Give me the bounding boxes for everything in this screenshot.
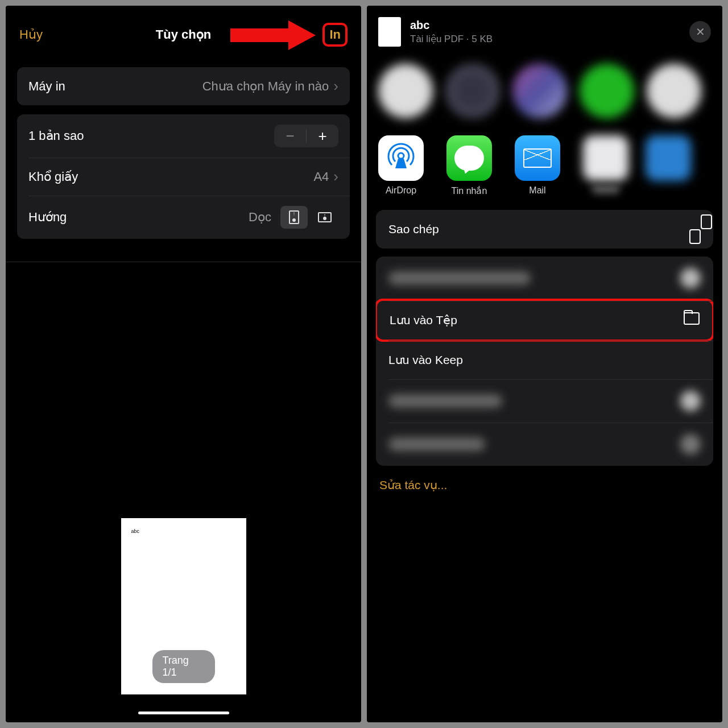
home-indicator[interactable] bbox=[138, 712, 229, 714]
action-icon bbox=[680, 434, 701, 454]
printer-row[interactable]: Máy in Chưa chọn Máy in nào › bbox=[17, 67, 350, 105]
portrait-icon: ↑ bbox=[289, 210, 299, 224]
edit-actions-link[interactable]: Sửa tác vụ... bbox=[367, 466, 722, 504]
decrease-button[interactable]: − bbox=[274, 125, 306, 147]
portrait-button[interactable]: ↑ bbox=[280, 206, 308, 229]
paper-label: Khổ giấy bbox=[28, 169, 78, 184]
orientation-label: Hướng bbox=[28, 210, 67, 225]
app-icon bbox=[583, 135, 628, 181]
contact-avatar[interactable] bbox=[512, 64, 567, 118]
app-icon bbox=[646, 135, 691, 181]
print-button[interactable]: In bbox=[322, 23, 348, 47]
airdrop-icon bbox=[378, 135, 424, 181]
file-subtitle: Tài liệu PDF · 5 KB bbox=[410, 33, 680, 45]
page-indicator: Trang 1/1 bbox=[152, 650, 215, 683]
copies-row: 1 bản sao − + bbox=[17, 114, 350, 158]
blurred-action[interactable] bbox=[376, 257, 713, 300]
blurred-action[interactable] bbox=[376, 423, 713, 466]
contact-avatar[interactable] bbox=[445, 64, 500, 118]
messages-icon bbox=[446, 135, 492, 181]
orientation-value: Dọc bbox=[249, 210, 271, 225]
save-to-files-action[interactable]: Lưu vào Tệp bbox=[376, 299, 713, 342]
printer-label: Máy in bbox=[28, 79, 65, 94]
page-title: Tùy chọn bbox=[156, 27, 211, 42]
copy-action[interactable]: Sao chép bbox=[376, 210, 713, 249]
copies-stepper: − + bbox=[274, 125, 338, 147]
actions-group: Lưu vào Tệp Lưu vào Keep bbox=[376, 257, 713, 466]
blurred-app[interactable] bbox=[646, 135, 691, 196]
document-preview[interactable]: abc Trang 1/1 bbox=[121, 518, 246, 694]
copy-group: Sao chép bbox=[376, 210, 713, 249]
options-group: 1 bản sao − + Khổ giấy A4 › Hướng Dọc ↑ bbox=[17, 114, 350, 239]
increase-button[interactable]: + bbox=[307, 125, 338, 147]
landscape-button[interactable]: ↑ bbox=[311, 206, 338, 229]
printer-group: Máy in Chưa chọn Máy in nào › bbox=[17, 67, 350, 105]
svg-point-0 bbox=[398, 153, 404, 159]
share-header: abc Tài liệu PDF · 5 KB ✕ bbox=[367, 6, 722, 52]
file-name: abc bbox=[410, 19, 680, 32]
print-options-panel: Hủy Tùy chọn In Máy in Chưa chọn Máy in … bbox=[6, 6, 361, 722]
airdrop-app[interactable]: AirDrop bbox=[378, 135, 424, 196]
contact-avatar[interactable] bbox=[647, 64, 701, 118]
annotation-arrow bbox=[230, 20, 316, 49]
paper-value: A4 › bbox=[313, 168, 338, 185]
header: Hủy Tùy chọn In bbox=[6, 6, 361, 58]
save-to-keep-action[interactable]: Lưu vào Keep bbox=[376, 341, 713, 379]
action-icon bbox=[680, 391, 701, 411]
orientation-row: Hướng Dọc ↑ ↑ bbox=[17, 196, 350, 239]
printer-value: Chưa chọn Máy in nào › bbox=[202, 77, 338, 95]
chevron-right-icon: › bbox=[333, 77, 338, 95]
cancel-button[interactable]: Hủy bbox=[19, 27, 43, 42]
messages-app[interactable]: Tin nhắn bbox=[446, 135, 492, 196]
close-icon: ✕ bbox=[696, 25, 705, 39]
folder-icon bbox=[684, 312, 700, 328]
share-sheet-panel: abc Tài liệu PDF · 5 KB ✕ AirDrop Tin nh… bbox=[367, 6, 722, 722]
blurred-action[interactable] bbox=[376, 379, 713, 423]
chevron-right-icon: › bbox=[333, 168, 338, 185]
mail-app[interactable]: Mail bbox=[515, 135, 560, 196]
paper-size-row[interactable]: Khổ giấy A4 › bbox=[17, 158, 350, 196]
file-thumbnail bbox=[378, 17, 401, 47]
apps-row: AirDrop Tin nhắn Mail bbox=[367, 130, 722, 202]
landscape-icon: ↑ bbox=[318, 212, 332, 222]
contact-avatar[interactable] bbox=[580, 64, 634, 118]
copies-label: 1 bản sao bbox=[28, 129, 84, 143]
close-button[interactable]: ✕ bbox=[689, 21, 711, 43]
contacts-row bbox=[367, 52, 722, 130]
preview-area: abc Trang 1/1 bbox=[6, 262, 361, 722]
document-content: abc bbox=[131, 528, 236, 534]
contact-avatar[interactable] bbox=[378, 64, 433, 118]
action-icon bbox=[680, 268, 701, 288]
mail-icon bbox=[515, 135, 560, 181]
blurred-app[interactable] bbox=[583, 135, 628, 196]
